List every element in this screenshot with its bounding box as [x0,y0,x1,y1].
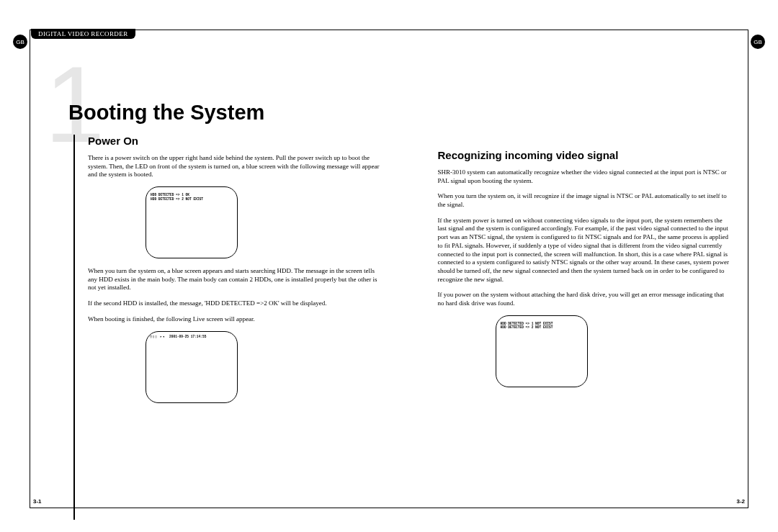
left-column: Power On There is a power switch on the … [88,135,380,412]
screen-text-line: HDD DETECTED => 2 NOT EXIST [151,197,233,202]
paragraph: When booting is finished, the following … [88,315,380,324]
status-icons: ◯▯▯ ▸◂ [150,335,165,340]
chapter-title: Booting the System [68,101,264,125]
content-columns: Power On There is a power switch on the … [88,135,730,412]
screen-text-line: HDD DETECTED => 2 NOT EXIST [501,325,583,330]
crt-screen: HDD DETECTED => 1 OK HDD DETECTED => 2 N… [146,186,238,258]
header-tab: DIGITAL VIDEO RECORDER [31,29,135,39]
screenshot-hdd-not-exist: HDD DETECTED => 1 NOT EXIST HDD DETECTED… [496,315,588,387]
screen-timestamp: 2001-09-25 17:14:55 [169,335,206,339]
paragraph: If you power on the system without attac… [438,291,730,307]
page-number-right: 3-2 [736,498,745,505]
page-frame: DIGITAL VIDEO RECORDER 1 Booting the Sys… [30,30,748,508]
section-heading-video-signal: Recognizing incoming video signal [438,149,730,161]
paragraph: When you turn the system on, a blue scre… [88,267,380,292]
language-badge-right: GB [751,35,765,49]
screenshot-live: ◯▯▯ ▸◂ 2001-09-25 17:14:55 [146,331,238,403]
paragraph: SHR-3010 system can automatically recogn… [438,168,730,185]
paragraph: There is a power switch on the upper rig… [88,154,380,179]
page-number-left: 3-1 [33,498,42,505]
paragraph: When you turn the system on, it will rec… [438,192,730,209]
right-column: Recognizing incoming video signal SHR-30… [438,135,730,412]
screen-status-bar: ◯▯▯ ▸◂ 2001-09-25 17:14:55 [150,335,233,340]
screenshot-hdd-detected: HDD DETECTED => 1 OK HDD DETECTED => 2 N… [146,186,238,258]
section-heading-power-on: Power On [88,135,380,147]
language-badge-left: GB [13,35,27,49]
paragraph: If the second HDD is installed, the mess… [88,299,380,308]
chapter-rule [73,135,75,520]
crt-screen: ◯▯▯ ▸◂ 2001-09-25 17:14:55 [146,331,238,403]
crt-screen: HDD DETECTED => 1 NOT EXIST HDD DETECTED… [496,315,588,387]
paragraph: If the system power is turned on without… [438,217,730,284]
